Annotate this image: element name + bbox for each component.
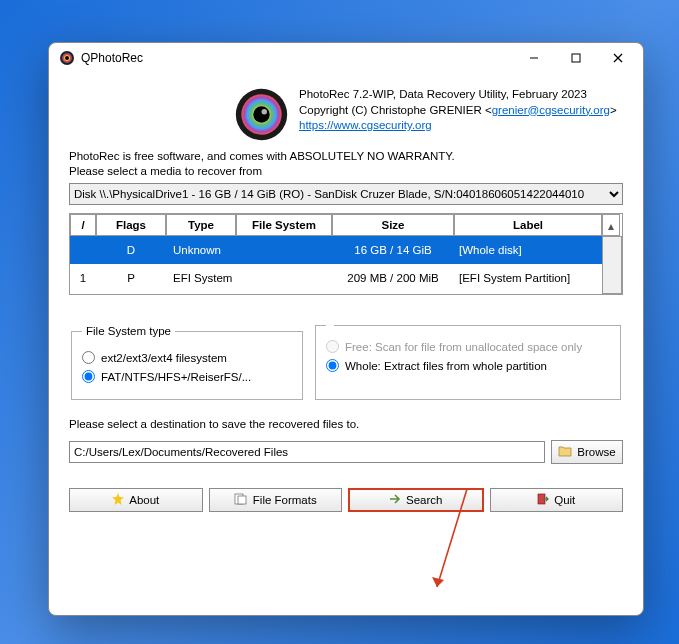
- svg-marker-11: [112, 493, 124, 505]
- titlebar: QPhotoRec: [49, 43, 643, 73]
- browse-button[interactable]: Browse: [551, 440, 623, 464]
- col-flags[interactable]: Flags: [96, 214, 166, 236]
- arrow-right-icon: [389, 494, 401, 506]
- svg-point-2: [65, 56, 69, 60]
- table-row[interactable]: D Unknown 16 GB / 14 GiB [Whole disk]: [70, 236, 602, 264]
- copyright-text: Copyright (C) Christophe GRENIER <grenie…: [299, 103, 617, 119]
- media-select[interactable]: Disk \\.\PhysicalDrive1 - 16 GB / 14 GiB…: [69, 183, 623, 205]
- warranty-text: PhotoRec is free software, and comes wit…: [69, 150, 623, 162]
- scanmode-group: Free: Scan for file from unallocated spa…: [315, 325, 621, 400]
- header: PhotoRec 7.2-WIP, Data Recovery Utility,…: [69, 87, 623, 142]
- table-header: / Flags Type File System Size Label: [70, 214, 622, 236]
- destination-input[interactable]: [69, 441, 545, 463]
- fs-ext-radio[interactable]: ext2/ext3/ext4 filesystem: [82, 351, 292, 364]
- app-window: QPhotoRec PhotoRec 7.2-WIP, Data Recover…: [48, 42, 644, 616]
- table-row[interactable]: 1 P EFI System 209 MB / 200 MiB [EFI Sys…: [70, 264, 602, 292]
- mode-free-radio: Free: Scan for file from unallocated spa…: [326, 340, 610, 353]
- star-icon: [112, 493, 124, 507]
- version-text: PhotoRec 7.2-WIP, Data Recovery Utility,…: [299, 87, 617, 103]
- logo-icon: [234, 87, 289, 142]
- col-label[interactable]: Label: [454, 214, 602, 236]
- scrollbar[interactable]: [602, 236, 622, 294]
- quit-button[interactable]: Quit: [490, 488, 624, 512]
- about-button[interactable]: About: [69, 488, 203, 512]
- col-size[interactable]: Size: [332, 214, 454, 236]
- maximize-button[interactable]: [555, 44, 597, 72]
- email-link[interactable]: grenier@cgsecurity.org: [492, 104, 610, 116]
- minimize-button[interactable]: [513, 44, 555, 72]
- svg-rect-13: [238, 496, 246, 504]
- destination-label: Please select a destination to save the …: [69, 418, 623, 430]
- partition-table: / Flags Type File System Size Label D Un…: [69, 213, 623, 295]
- svg-point-10: [262, 109, 268, 115]
- window-title: QPhotoRec: [81, 51, 513, 65]
- svg-marker-16: [432, 577, 444, 587]
- files-icon: [234, 493, 248, 507]
- filesystem-legend: File System type: [82, 325, 175, 337]
- svg-point-9: [253, 106, 270, 123]
- app-icon: [59, 50, 75, 66]
- select-media-label: Please select a media to recover from: [69, 165, 623, 177]
- svg-rect-4: [572, 54, 580, 62]
- col-slash[interactable]: /: [70, 214, 96, 236]
- fs-fat-radio[interactable]: FAT/NTFS/HFS+/ReiserFS/...: [82, 370, 292, 383]
- website-link[interactable]: https://www.cgsecurity.org: [299, 119, 432, 131]
- search-button[interactable]: Search: [348, 488, 484, 512]
- mode-whole-radio[interactable]: Whole: Extract files from whole partitio…: [326, 359, 610, 372]
- exit-icon: [537, 493, 549, 507]
- folder-icon: [558, 445, 572, 459]
- col-type[interactable]: Type: [166, 214, 236, 236]
- col-filesystem[interactable]: File System: [236, 214, 332, 236]
- close-button[interactable]: [597, 44, 639, 72]
- file-formats-button[interactable]: File Formats: [209, 488, 343, 512]
- filesystem-group: File System type ext2/ext3/ext4 filesyst…: [71, 325, 303, 400]
- scrollbar-up[interactable]: [602, 214, 620, 236]
